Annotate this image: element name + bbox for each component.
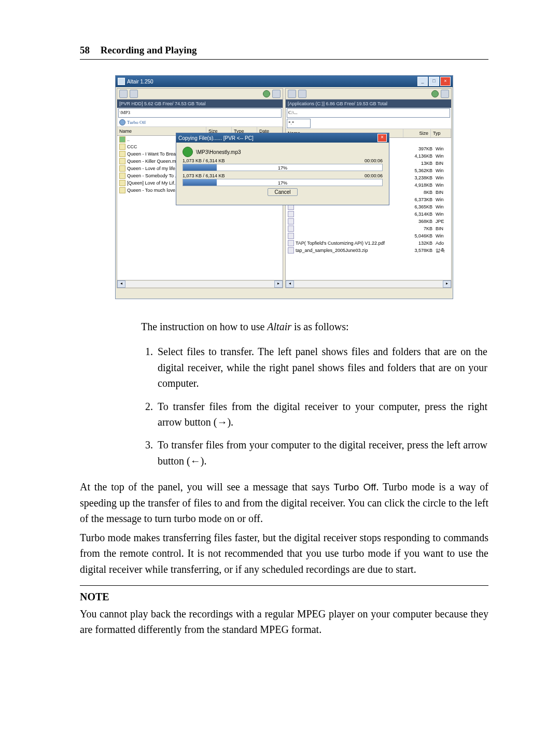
file-icon xyxy=(119,187,125,193)
cancel-button[interactable]: Cancel xyxy=(268,188,297,196)
page-number: 58 xyxy=(80,45,90,55)
paragraph-turbo-mode: Turbo mode makes transferring files fast… xyxy=(80,530,488,577)
file-type: 압축 xyxy=(434,247,449,254)
col-size[interactable]: Size xyxy=(403,129,431,137)
left-path-label: [PVR HDD] 5.62 GB Free/ 74.53 GB Total xyxy=(117,100,283,108)
file-size: 5,046KB xyxy=(410,233,432,238)
file-size: 3,238KB xyxy=(410,175,432,180)
left-path-input[interactable]: \MP3 xyxy=(118,108,282,118)
maximize-button[interactable]: □ xyxy=(429,77,439,86)
file-name: tap_and_samples_2005June03.zip xyxy=(296,248,408,253)
file-icon xyxy=(119,136,125,143)
left-scrollbar[interactable]: ◂ ▸ xyxy=(117,280,283,288)
file-type: BIN xyxy=(434,161,449,166)
scroll-right-icon[interactable]: ▸ xyxy=(443,280,451,288)
progress-disc-icon xyxy=(183,147,193,157)
page-header: 58 Recording and Playing xyxy=(80,45,488,60)
file-row[interactable]: TAP( Topfield's Customizing API) V1.22.p… xyxy=(286,240,451,247)
file-size: 7KB xyxy=(410,226,432,231)
right-filter-input[interactable]: *.* xyxy=(287,119,311,128)
file-icon xyxy=(288,211,294,217)
file-icon xyxy=(119,144,125,150)
folder-icon[interactable] xyxy=(119,90,128,98)
refresh-icon[interactable] xyxy=(130,90,138,98)
progress-close-button[interactable]: × xyxy=(377,134,387,142)
progress-file-pct: 17% xyxy=(262,165,303,171)
file-type: BIN xyxy=(434,226,449,231)
folder-icon[interactable] xyxy=(288,90,296,98)
file-size: 132KB xyxy=(410,241,432,246)
file-icon xyxy=(119,158,125,164)
progress-total-pct: 17% xyxy=(262,180,303,186)
minimize-button[interactable]: _ xyxy=(417,77,428,86)
scroll-left-icon[interactable]: ◂ xyxy=(117,280,125,288)
file-icon xyxy=(119,165,125,172)
instruction-list: Select files to transfer. The left panel… xyxy=(156,344,487,469)
file-row[interactable]: tap_and_samples_2005June03.zip3,578KB압축 xyxy=(286,247,451,254)
progress-bar-file: 17% xyxy=(183,164,383,171)
file-size: 4,918KB xyxy=(410,182,432,188)
right-path-input[interactable]: C:\... xyxy=(287,108,450,118)
right-toolbar xyxy=(286,89,451,100)
misc-icon[interactable] xyxy=(441,90,449,98)
step-item: Select files to transfer. The left panel… xyxy=(156,344,487,391)
turbo-circle-icon[interactable] xyxy=(119,119,125,125)
file-size: 6,373KB xyxy=(410,197,432,202)
file-icon xyxy=(288,247,294,254)
window-title: Altair 1.250 xyxy=(127,79,417,85)
file-icon xyxy=(119,180,125,186)
progress-title: Copying File(s)...... [PVR <-- PC] xyxy=(178,135,377,141)
file-type: Ado xyxy=(434,241,449,246)
progress-dialog: Copying File(s)...... [PVR <-- PC] × \MP… xyxy=(176,133,389,205)
file-row[interactable]: 368KBJPE xyxy=(286,218,451,225)
turbo-toggle[interactable]: Turbo Off xyxy=(117,118,283,126)
file-type: Win xyxy=(434,182,449,188)
transfer-left-icon[interactable] xyxy=(431,90,439,97)
file-type: Win xyxy=(434,146,449,151)
refresh-icon[interactable] xyxy=(298,90,306,98)
progress-bar-total: 17% xyxy=(183,179,383,186)
file-size: 13KB xyxy=(410,161,432,166)
progress-file-time: 00:00:06 xyxy=(365,158,383,163)
chapter-title: Recording and Playing xyxy=(101,45,197,55)
file-size: 8KB xyxy=(410,190,432,195)
file-type: BIN xyxy=(434,190,449,195)
file-icon xyxy=(288,240,294,246)
file-type: Win xyxy=(434,168,449,173)
file-type: Win xyxy=(434,197,449,202)
file-row[interactable]: 7KBBIN xyxy=(286,225,451,232)
progress-current-file: \MP3\Honestly.mp3 xyxy=(196,149,241,155)
file-row[interactable]: 5,046KBWin xyxy=(286,232,451,240)
progress-total-time: 00:00:06 xyxy=(365,173,383,178)
misc-icon[interactable] xyxy=(272,90,281,98)
file-row[interactable]: 6,314KBWin xyxy=(286,210,451,218)
paragraph-turbo-off: At the top of the panel, you will see a … xyxy=(80,479,488,527)
scroll-left-icon[interactable]: ◂ xyxy=(286,280,294,288)
file-type: Win xyxy=(434,175,449,180)
file-size: 368KB xyxy=(410,219,432,224)
right-path-label: [Applications (C:)] 6.86 GB Free/ 19.53 … xyxy=(286,100,451,108)
file-type: Win xyxy=(434,204,449,209)
transfer-right-icon[interactable] xyxy=(263,90,270,97)
progress-file-kb: 1,073 KB / 6,314 KB xyxy=(183,158,333,163)
window-titlebar: Altair 1.250 _ □ × xyxy=(116,76,453,87)
right-scrollbar[interactable]: ◂ ▸ xyxy=(286,280,451,288)
note-heading: NOTE xyxy=(80,591,488,603)
progress-total-kb: 1,073 KB / 6,314 KB xyxy=(183,173,333,178)
intro-text: The instruction on how to use Altair is … xyxy=(141,319,487,334)
file-type: JPE xyxy=(434,219,449,224)
file-type: Win xyxy=(434,153,449,159)
left-toolbar xyxy=(117,89,283,100)
file-type: Win xyxy=(434,233,449,238)
scroll-right-icon[interactable]: ▸ xyxy=(274,280,283,288)
file-name: TAP( Topfield's Customizing API) V1.22.p… xyxy=(296,241,408,246)
step-item: To transfer files from the digital recei… xyxy=(156,399,487,430)
altair-screenshot: Altair 1.250 _ □ × [PV xyxy=(115,75,453,303)
file-size: 6,365KB xyxy=(410,204,432,209)
file-icon xyxy=(119,173,125,179)
col-type[interactable]: Typ xyxy=(431,129,451,137)
file-size: 3,578KB xyxy=(410,248,432,253)
file-size: 6,314KB xyxy=(410,212,432,217)
close-button[interactable]: × xyxy=(440,77,451,86)
file-size: 397KB xyxy=(410,146,432,151)
